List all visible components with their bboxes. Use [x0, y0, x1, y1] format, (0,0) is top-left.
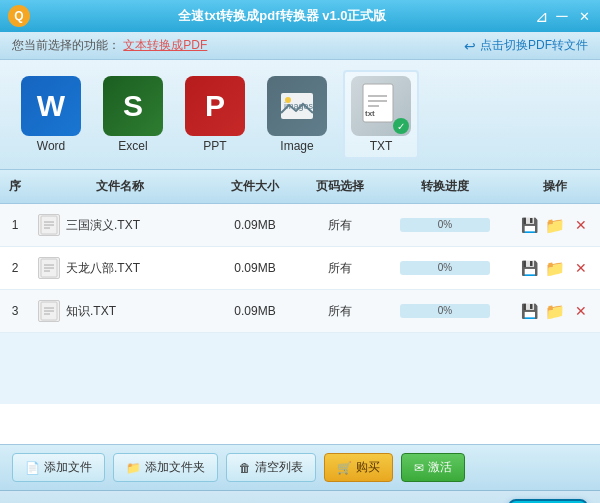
word-letter: W	[37, 89, 65, 123]
clear-list-button[interactable]: 🗑 清空列表	[226, 453, 316, 482]
size-2: 0.09MB	[210, 259, 300, 277]
filename-2: 天龙八部.TXT	[30, 255, 210, 281]
col-header-pages: 页码选择	[300, 176, 380, 197]
checkmark-badge: ✓	[393, 118, 409, 134]
filename-1: 三国演义.TXT	[30, 212, 210, 238]
icon-image[interactable]: images Image	[261, 72, 333, 157]
save-action-3[interactable]: 💾	[519, 301, 539, 321]
progress-text-2: 0%	[400, 261, 490, 275]
add-file-button[interactable]: 📄 添加文件	[12, 453, 105, 482]
pages-1: 所有	[300, 215, 380, 236]
col-header-size: 文件大小	[210, 176, 300, 197]
col-header-actions: 操作	[510, 176, 600, 197]
progress-text-1: 0%	[400, 218, 490, 232]
progress-text-3: 0%	[400, 304, 490, 318]
table-row: 3 知识.TXT 0.09MB 所有 0% 💾 📁	[0, 290, 600, 333]
image-svg-icon: images	[279, 91, 315, 121]
folder-action-3[interactable]: 📁	[545, 301, 565, 321]
minimize-button[interactable]: ─	[554, 8, 570, 24]
action-icons-1: 💾 📁 ✕	[514, 215, 596, 235]
format-icon-row: W Word S Excel P PPT images Image	[0, 60, 600, 170]
action-icons-3: 💾 📁 ✕	[514, 301, 596, 321]
activate-button[interactable]: ✉ 激活	[401, 453, 465, 482]
switch-link[interactable]: ↩ 点击切换PDF转文件	[464, 37, 588, 54]
size-1: 0.09MB	[210, 216, 300, 234]
file-icon-2	[38, 257, 60, 279]
bottom-toolbar: 📄 添加文件 📁 添加文件夹 🗑 清空列表 🛒 购买 ✉ 激活	[0, 444, 600, 490]
save-path-row: 保存目录 📂 开始	[0, 490, 600, 503]
excel-letter: S	[123, 89, 143, 123]
start-button[interactable]: 开始	[508, 499, 588, 503]
icon-ppt[interactable]: P PPT	[179, 72, 251, 157]
progress-bar-wrap-1: 0%	[400, 218, 490, 232]
table-spacer	[0, 404, 600, 444]
seq-1: 1	[0, 216, 30, 234]
pages-3: 所有	[300, 301, 380, 322]
table-row: 2 天龙八部.TXT 0.09MB 所有 0% 💾 📁	[0, 247, 600, 290]
word-icon-box: W	[21, 76, 81, 136]
app-logo: Q	[8, 5, 30, 27]
txt-icon-box: txt ✓	[351, 76, 411, 136]
folder-action-2[interactable]: 📁	[545, 258, 565, 278]
clear-icon: 🗑	[239, 461, 251, 475]
actions-1: 💾 📁 ✕	[510, 213, 600, 237]
svg-point-2	[285, 97, 291, 103]
icon-excel[interactable]: S Excel	[97, 72, 169, 157]
col-header-filename: 文件名称	[30, 176, 210, 197]
actions-2: 💾 📁 ✕	[510, 256, 600, 280]
size-3: 0.09MB	[210, 302, 300, 320]
table-row: 1 三国演义.TXT 0.09MB 所有 0% 💾 📁	[0, 204, 600, 247]
action-icons-2: 💾 📁 ✕	[514, 258, 596, 278]
icon-txt[interactable]: txt ✓ TXT	[343, 70, 419, 159]
svg-text:txt: txt	[365, 109, 375, 118]
col-header-seq: 序	[0, 176, 30, 197]
back-arrow-icon: ↩	[464, 38, 476, 54]
file-table-body: 1 三国演义.TXT 0.09MB 所有 0% 💾 📁	[0, 204, 600, 404]
sub-header: 您当前选择的功能： 文本转换成PDF ↩ 点击切换PDF转文件	[0, 32, 600, 60]
progress-bar-wrap-3: 0%	[400, 304, 490, 318]
seq-2: 2	[0, 259, 30, 277]
col-header-progress: 转换进度	[380, 176, 510, 197]
word-label: Word	[37, 139, 65, 153]
buy-button[interactable]: 🛒 购买	[324, 453, 393, 482]
excel-label: Excel	[118, 139, 147, 153]
function-link[interactable]: 文本转换成PDF	[123, 38, 207, 52]
pin-icon[interactable]: ⊿	[535, 7, 548, 26]
close-button[interactable]: ✕	[576, 8, 592, 24]
progress-2: 0%	[380, 259, 510, 277]
folder-action-1[interactable]: 📁	[545, 215, 565, 235]
progress-1: 0%	[380, 216, 510, 234]
image-icon-box: images	[267, 76, 327, 136]
file-icon-3	[38, 300, 60, 322]
progress-bar-wrap-2: 0%	[400, 261, 490, 275]
seq-3: 3	[0, 302, 30, 320]
delete-action-3[interactable]: ✕	[571, 301, 591, 321]
file-icon-1	[38, 214, 60, 236]
txt-label: TXT	[370, 139, 393, 153]
buy-icon: 🛒	[337, 461, 352, 475]
app-title: 全速txt转换成pdf转换器 v1.0正式版	[30, 7, 535, 25]
add-folder-button[interactable]: 📁 添加文件夹	[113, 453, 218, 482]
pages-2: 所有	[300, 258, 380, 279]
add-folder-icon: 📁	[126, 461, 141, 475]
activate-icon: ✉	[414, 461, 424, 475]
ppt-letter: P	[205, 89, 225, 123]
window-controls: ⊿ ─ ✕	[535, 7, 592, 26]
delete-action-1[interactable]: ✕	[571, 215, 591, 235]
delete-action-2[interactable]: ✕	[571, 258, 591, 278]
excel-icon-box: S	[103, 76, 163, 136]
filename-3: 知识.TXT	[30, 298, 210, 324]
save-action-1[interactable]: 💾	[519, 215, 539, 235]
ppt-icon-box: P	[185, 76, 245, 136]
image-label: Image	[280, 139, 313, 153]
current-function: 您当前选择的功能： 文本转换成PDF	[12, 37, 207, 54]
add-file-icon: 📄	[25, 461, 40, 475]
ppt-label: PPT	[203, 139, 226, 153]
actions-3: 💾 📁 ✕	[510, 299, 600, 323]
progress-3: 0%	[380, 302, 510, 320]
icon-word[interactable]: W Word	[15, 72, 87, 157]
title-bar: Q 全速txt转换成pdf转换器 v1.0正式版 ⊿ ─ ✕	[0, 0, 600, 32]
table-header: 序 文件名称 文件大小 页码选择 转换进度 操作	[0, 170, 600, 204]
save-action-2[interactable]: 💾	[519, 258, 539, 278]
